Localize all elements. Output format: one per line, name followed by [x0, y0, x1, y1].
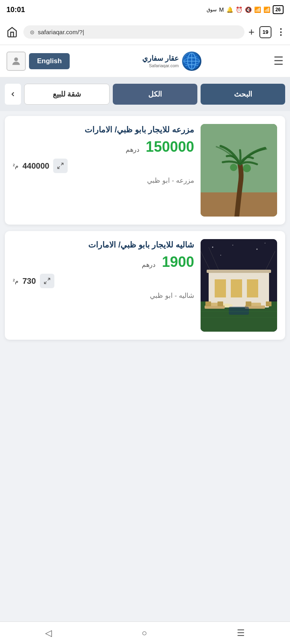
mute-icon: 🔇 — [245, 6, 252, 13]
site-url: Safariaqar.com — [142, 63, 179, 68]
svg-point-9 — [230, 164, 237, 171]
status-time: 10:01 — [6, 6, 25, 14]
add-tab-button[interactable]: + — [249, 26, 255, 38]
battery-indicator: 26 — [273, 5, 284, 14]
back-button[interactable] — [5, 84, 21, 105]
signal-icon: 📶 — [263, 6, 270, 13]
svg-point-13 — [257, 249, 258, 250]
menu-nav-button[interactable]: ☰ — [237, 628, 245, 638]
svg-rect-34 — [266, 301, 271, 306]
listing-area: 440000 م² — [13, 159, 194, 173]
svg-point-8 — [243, 164, 251, 172]
hamburger-menu[interactable]: ☰ — [273, 54, 284, 68]
wifi-icon: 📶 — [254, 6, 261, 13]
svg-rect-33 — [246, 301, 251, 306]
listing-price: 150000 درهم — [13, 138, 194, 155]
back-nav-button[interactable]: ◁ — [45, 628, 52, 638]
search-button[interactable]: البحث — [201, 84, 285, 105]
svg-point-15 — [220, 255, 221, 256]
bottom-nav: ◁ ○ ☰ — [0, 621, 290, 644]
globe-icon — [182, 52, 201, 71]
listing-info: شاليه للايجار بابو ظبي/ الامارات 1900 در… — [13, 239, 194, 300]
svg-point-14 — [265, 243, 265, 244]
listings-container: مزرعه للايجار بابو ظبي/ الامارات 150000 … — [0, 111, 290, 345]
listing-image-farm — [201, 124, 277, 217]
svg-rect-35 — [229, 307, 249, 315]
tab-count[interactable]: 19 — [259, 26, 271, 38]
svg-rect-22 — [231, 279, 242, 297]
browser-actions: + 19 ⋮ — [249, 26, 285, 38]
arabic-text-icon: سوق — [207, 7, 217, 12]
svg-point-12 — [232, 245, 233, 246]
filter-bar: البحث الكل شقة للبيع — [0, 77, 290, 111]
svg-rect-21 — [215, 279, 226, 297]
site-logo: عقار سفاري Safariaqar.com — [142, 52, 201, 71]
url-bar[interactable]: ⊜ safariaqar.com/?| — [23, 25, 244, 39]
listing-title: شاليه للايجار بابو ظبي/ الامارات — [13, 239, 194, 250]
expand-icon[interactable] — [53, 159, 68, 173]
browser-menu-button[interactable]: ⋮ — [276, 27, 285, 37]
security-icon: ⊜ — [30, 29, 35, 35]
gmail-icon: M — [219, 6, 224, 13]
listing-card[interactable]: شاليه للايجار بابو ظبي/ الامارات 1900 در… — [5, 231, 285, 340]
svg-rect-31 — [205, 301, 211, 306]
home-nav-button[interactable]: ○ — [142, 628, 147, 638]
listing-location: مزرعه - ابو ظبي — [13, 176, 194, 185]
user-avatar[interactable] — [6, 52, 26, 71]
status-icons: سوق M 🔔 ⏰ 🔇 📶 📶 26 — [207, 5, 284, 14]
language-button[interactable]: English — [29, 53, 70, 69]
home-button[interactable] — [5, 25, 19, 39]
listing-info: مزرعه للايجار بابو ظبي/ الامارات 150000 … — [13, 124, 194, 185]
header-left: English — [6, 52, 70, 71]
svg-rect-32 — [218, 301, 223, 306]
site-name-arabic: عقار سفاري — [142, 54, 179, 63]
expand-icon[interactable] — [40, 274, 54, 288]
url-text: safariaqar.com/?| — [38, 29, 84, 35]
browser-bar: ⊜ safariaqar.com/?| + 19 ⋮ — [0, 19, 290, 45]
site-header: English عقار سفاري Safariaqar.com ☰ — [0, 45, 290, 77]
alarm-icon: ⏰ — [236, 6, 242, 13]
listing-area: 730 م² — [13, 274, 194, 288]
svg-rect-23 — [247, 279, 258, 297]
listing-title: مزرعه للايجار بابو ظبي/ الامارات — [13, 124, 194, 135]
svg-rect-24 — [207, 270, 271, 273]
status-bar: 10:01 سوق M 🔔 ⏰ 🔇 📶 📶 26 — [0, 0, 290, 19]
notification-icon: 🔔 — [226, 6, 233, 13]
listing-location: شاليه - ابو ظبي — [13, 291, 194, 300]
apartment-filter-button[interactable]: شقة للبيع — [24, 84, 110, 105]
listing-price: 1900 درهم — [13, 254, 194, 270]
listing-image-chalet — [201, 239, 277, 332]
all-filter-button[interactable]: الكل — [113, 84, 197, 105]
site-name-block: عقار سفاري Safariaqar.com — [142, 54, 179, 68]
listing-card[interactable]: مزرعه للايجار بابو ظبي/ الامارات 150000 … — [5, 116, 285, 225]
svg-point-0 — [14, 57, 18, 61]
svg-point-11 — [212, 247, 213, 248]
